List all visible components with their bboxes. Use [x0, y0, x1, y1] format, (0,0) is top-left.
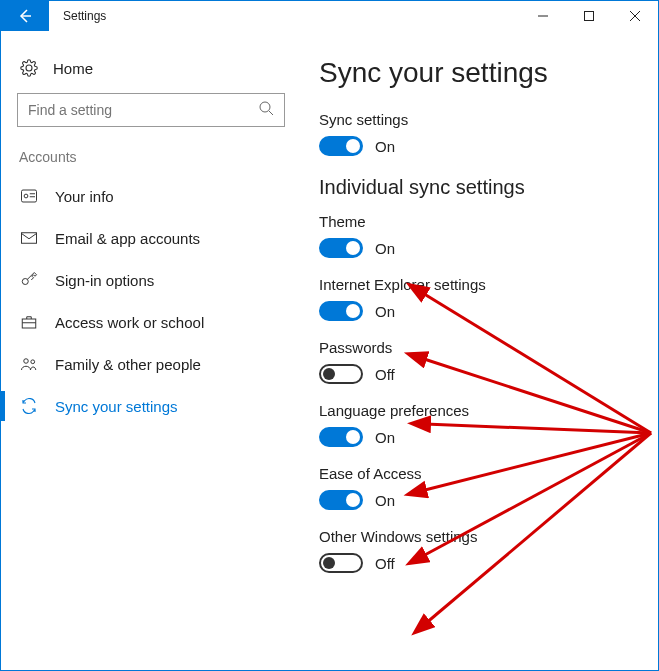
- sidebar-item-work-school[interactable]: Access work or school: [17, 301, 285, 343]
- setting-label: Passwords: [319, 339, 648, 356]
- body-area: Home Accounts Your info Email & app acco…: [1, 31, 658, 670]
- home-button[interactable]: Home: [17, 55, 285, 91]
- toggle-state-text: On: [375, 303, 395, 320]
- toggle-switch[interactable]: [319, 238, 363, 258]
- setting-label: Sync settings: [319, 111, 648, 128]
- individual-toggle-4: Ease of AccessOn: [319, 465, 648, 510]
- svg-rect-10: [22, 233, 37, 244]
- search-input-wrapper[interactable]: [17, 93, 285, 127]
- sidebar-item-label: Email & app accounts: [55, 230, 200, 247]
- sync-icon: [19, 397, 39, 415]
- back-button[interactable]: [1, 1, 49, 31]
- search-icon: [258, 100, 274, 120]
- setting-label: Internet Explorer settings: [319, 276, 648, 293]
- minimize-icon: [538, 11, 548, 21]
- toggle-switch[interactable]: [319, 553, 363, 573]
- svg-point-11: [22, 279, 28, 285]
- content-panel: Sync your settings Sync settings On Indi…: [301, 31, 658, 670]
- close-icon: [630, 11, 640, 21]
- individual-toggle-2: PasswordsOff: [319, 339, 648, 384]
- setting-label: Theme: [319, 213, 648, 230]
- sidebar-item-label: Sync your settings: [55, 398, 178, 415]
- home-label: Home: [53, 60, 93, 77]
- sub-heading: Individual sync settings: [319, 176, 648, 199]
- toggle-state-text: On: [375, 429, 395, 446]
- svg-point-4: [260, 102, 270, 112]
- maximize-icon: [584, 11, 594, 21]
- toggle-state-text: Off: [375, 366, 395, 383]
- sidebar-item-family-people[interactable]: Family & other people: [17, 343, 285, 385]
- individual-toggle-0: ThemeOn: [319, 213, 648, 258]
- toggle-state-text: On: [375, 492, 395, 509]
- sidebar-section-label: Accounts: [19, 149, 283, 165]
- svg-rect-1: [585, 12, 594, 21]
- sidebar-item-sync-settings[interactable]: Sync your settings: [17, 385, 285, 427]
- gear-icon: [19, 59, 39, 77]
- toggle-switch[interactable]: [319, 490, 363, 510]
- sidebar-item-label: Your info: [55, 188, 114, 205]
- toggle-state-text: On: [375, 138, 395, 155]
- toggle-switch[interactable]: [319, 301, 363, 321]
- svg-rect-12: [22, 319, 36, 328]
- page-title: Sync your settings: [319, 57, 648, 89]
- sidebar-item-signin-options[interactable]: Sign-in options: [17, 259, 285, 301]
- master-sync-setting: Sync settings On: [319, 111, 648, 156]
- sidebar-item-label: Family & other people: [55, 356, 201, 373]
- toggle-switch[interactable]: [319, 364, 363, 384]
- svg-point-7: [24, 194, 28, 198]
- toggle-switch[interactable]: [319, 427, 363, 447]
- individual-toggle-3: Language preferencesOn: [319, 402, 648, 447]
- people-icon: [19, 355, 39, 373]
- sidebar-item-your-info[interactable]: Your info: [17, 175, 285, 217]
- person-badge-icon: [19, 187, 39, 205]
- maximize-button[interactable]: [566, 1, 612, 31]
- mail-icon: [19, 229, 39, 247]
- toggle-state-text: On: [375, 240, 395, 257]
- sidebar: Home Accounts Your info Email & app acco…: [1, 31, 301, 670]
- sidebar-item-label: Sign-in options: [55, 272, 154, 289]
- titlebar: Settings: [1, 1, 658, 31]
- svg-line-5: [269, 111, 273, 115]
- key-icon: [19, 271, 39, 289]
- app-title: Settings: [49, 1, 520, 31]
- sync-settings-toggle[interactable]: [319, 136, 363, 156]
- setting-label: Language preferences: [319, 402, 648, 419]
- settings-window: Settings Home Accounts: [0, 0, 659, 671]
- back-arrow-icon: [17, 8, 33, 24]
- sidebar-item-label: Access work or school: [55, 314, 204, 331]
- toggle-state-text: Off: [375, 555, 395, 572]
- individual-toggle-1: Internet Explorer settingsOn: [319, 276, 648, 321]
- close-button[interactable]: [612, 1, 658, 31]
- briefcase-icon: [19, 313, 39, 331]
- window-controls: [520, 1, 658, 31]
- setting-label: Ease of Access: [319, 465, 648, 482]
- svg-point-15: [31, 360, 35, 364]
- minimize-button[interactable]: [520, 1, 566, 31]
- svg-point-14: [24, 359, 29, 364]
- sidebar-item-email-accounts[interactable]: Email & app accounts: [17, 217, 285, 259]
- individual-toggle-5: Other Windows settingsOff: [319, 528, 648, 573]
- search-input[interactable]: [28, 102, 258, 118]
- setting-label: Other Windows settings: [319, 528, 648, 545]
